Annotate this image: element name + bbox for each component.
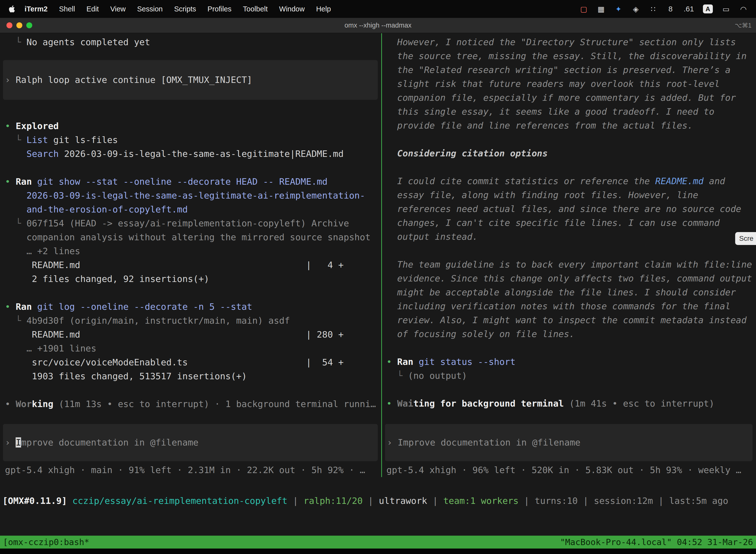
- terminal-line: 1903 files changed, 513517 insertions(+): [0, 369, 381, 383]
- terminal-line: references need actual files, and since …: [382, 202, 756, 216]
- text-segment: |: [578, 496, 594, 506]
- screen-overlay-tab[interactable]: Scre: [735, 232, 756, 245]
- menu-item-shell[interactable]: Shell: [53, 5, 81, 13]
- text-segment: •: [5, 301, 16, 312]
- terminal-line: • Ran git status --short: [382, 355, 756, 369]
- text-segment: essay file, along with finding root file…: [386, 190, 698, 200]
- text-segment: 2026-03-09-is-legal-the-same-as-legitima…: [59, 149, 344, 159]
- text-segment: I could cite commit statistics or refere…: [386, 176, 655, 186]
- text-segment: └: [5, 135, 26, 145]
- prompt-input-right[interactable]: › Improve documentation in @filename: [385, 424, 753, 461]
- terminal-line: README.md | 280 +: [0, 328, 381, 341]
- input-language-icon[interactable]: A: [703, 4, 713, 13]
- menu-item-profiles[interactable]: Profiles: [202, 5, 237, 13]
- text-segment: Search: [26, 149, 59, 159]
- text-segment: provide file and line references from th…: [386, 120, 693, 130]
- text-segment: Ran: [16, 301, 32, 312]
- text-segment: review. Also, I might want to inspect th…: [386, 315, 747, 325]
- zoom-button[interactable]: [26, 22, 32, 28]
- terminal-line: 2 files changed, 92 insertions(+): [0, 272, 381, 286]
- text-segment: README.md: [655, 176, 704, 186]
- battery-gauge-icon[interactable]: .61: [684, 4, 694, 14]
- omx-version: [OMX#0.11.9]: [2, 496, 72, 506]
- window-shortcut-hint: ⌥⌘1: [735, 22, 756, 29]
- text-segment: ting: [413, 398, 435, 408]
- terminal-line: └ 4b9d30f (origin/main, instructkr/main,…: [0, 314, 381, 328]
- apple-menu-icon[interactable]: [6, 5, 18, 13]
- terminal-line: companion file, especially if more comme…: [382, 91, 756, 105]
- text-segment: |: [288, 496, 304, 506]
- terminal-line: the source tree, missing the essay. Stil…: [382, 49, 756, 63]
- text-segment: However, I noticed the "Directory Struct…: [386, 37, 736, 47]
- menu-item-toolbelt[interactable]: Toolbelt: [237, 5, 273, 13]
- omx-branch-path: cczip/essay/ai-reimplementation-copyleft: [72, 496, 288, 506]
- text-segment: 1903 files changed, 513517 insertions(+): [5, 371, 247, 381]
- text-segment: git show --stat --oneline --decorate HEA…: [32, 176, 327, 187]
- omx-turns: turns:10: [535, 496, 578, 506]
- terminal-line: output instead.: [382, 230, 756, 244]
- terminal-line: I could cite commit statistics or refere…: [382, 174, 756, 188]
- dots-grid-icon[interactable]: ∷: [649, 4, 657, 14]
- terminal-line: provide file and line references from th…: [382, 119, 756, 132]
- terminal-line: Considering citation options: [382, 147, 756, 160]
- omx-status-bar: [OMX#0.11.9] cczip/essay/ai-reimplementa…: [0, 494, 756, 508]
- text-segment: git log --oneline --decorate -n 5 --stat: [32, 301, 252, 312]
- text-segment: might be acceptable alongside the file l…: [386, 287, 736, 297]
- text-segment: mprove documentation in @filename: [21, 437, 198, 447]
- terminal-line: • Working (11m 13s • esc to interrupt) ·…: [0, 397, 381, 411]
- text-segment: ›: [5, 437, 16, 447]
- terminal-line: [382, 244, 756, 258]
- minimize-button[interactable]: [16, 22, 22, 28]
- omx-session-time: session:12m: [594, 496, 653, 506]
- terminal-line: essay file, along with finding root file…: [382, 188, 756, 202]
- tmux-session-window: [omx-cczip0:bash*: [3, 535, 89, 549]
- terminal-line: changes, I can't cite specific file line…: [382, 216, 756, 230]
- menu-item-iterm2[interactable]: iTerm2: [19, 5, 53, 13]
- text-segment: companion file, especially if more comme…: [386, 93, 736, 103]
- menu-item-help[interactable]: Help: [310, 5, 336, 13]
- text-segment: (no output): [408, 371, 467, 381]
- terminal-line: slight risk that future readers may over…: [382, 77, 756, 91]
- app-dark-icon[interactable]: ◈: [631, 4, 640, 14]
- wifi-icon[interactable]: ◠: [739, 4, 748, 14]
- model-status-left: gpt-5.4 xhigh · main · 91% left · 2.31M …: [0, 463, 381, 477]
- text-segment: and: [704, 176, 725, 186]
- text-segment: Ran: [16, 176, 32, 187]
- menu-item-view[interactable]: View: [105, 5, 131, 13]
- text-segment: Considering citation options: [386, 148, 548, 158]
- terminal-line: [0, 161, 381, 175]
- battery-icon[interactable]: ▭: [722, 4, 730, 14]
- text-segment: references need actual files, and since …: [386, 204, 741, 214]
- prompt-input-left[interactable]: › Improve documentation in @filename: [3, 424, 378, 461]
- text-segment: for background terminal: [435, 398, 569, 408]
- terminal-line: evidence. Since this change only affects…: [382, 272, 756, 285]
- terminal-line: The team guideline is to back every impo…: [382, 258, 756, 272]
- menu-item-scripts[interactable]: Scripts: [169, 5, 202, 13]
- menu-item-edit[interactable]: Edit: [81, 5, 105, 13]
- text-segment: No agents completed yet: [26, 37, 150, 47]
- text-segment: the "Related research writing" section i…: [386, 65, 731, 75]
- window-manager-icon[interactable]: ▦: [597, 4, 605, 14]
- text-segment: the source tree, missing the essay. Stil…: [386, 51, 747, 61]
- text-segment: › Improve documentation in @filename: [387, 437, 580, 447]
- terminal-window: └ No agents completed yet › Ralph loop a…: [0, 33, 756, 554]
- keycap-8-icon[interactable]: 8: [666, 4, 675, 14]
- model-status-right: gpt-5.4 xhigh · 96% left · 520K in · 5.8…: [382, 463, 756, 477]
- text-segment: evidence. Since this change only affects…: [386, 273, 752, 283]
- tmux-panes: └ No agents completed yet › Ralph loop a…: [0, 33, 756, 477]
- agent-summary-lines: └ No agents completed yet: [0, 35, 381, 49]
- app-blue-icon[interactable]: ✦: [614, 4, 623, 14]
- terminal-line: the "Related research writing" section i…: [382, 63, 756, 77]
- screen-bottom-strip: [0, 549, 756, 554]
- text-segment: •: [386, 398, 397, 408]
- text-segment: •: [5, 176, 16, 187]
- text-segment: including verification notes with those …: [386, 301, 731, 311]
- screen-recording-icon[interactable]: ▢: [579, 4, 588, 14]
- apple-logo: [9, 5, 15, 13]
- terminal-line: • Explored: [0, 119, 381, 133]
- close-button[interactable]: [6, 22, 12, 28]
- menu-item-window[interactable]: Window: [273, 5, 310, 13]
- terminal-line: companion analysis without altering the …: [0, 230, 381, 244]
- ralph-loop-line: › Ralph loop active continue [OMX_TMUX_I…: [3, 73, 252, 87]
- menu-item-session[interactable]: Session: [131, 5, 169, 13]
